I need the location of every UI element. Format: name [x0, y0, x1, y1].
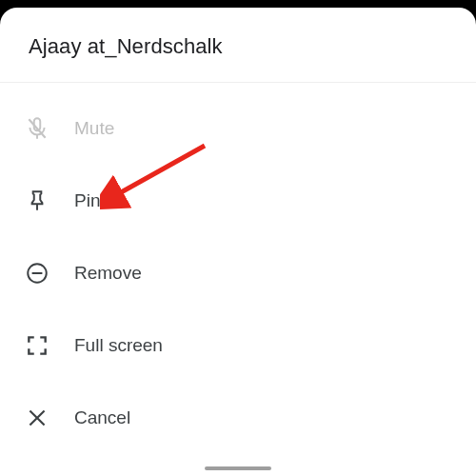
mute-label: Mute [74, 118, 114, 139]
pin-label: Pin [74, 190, 100, 211]
remove-option[interactable]: Remove [0, 237, 476, 309]
action-sheet: Ajaay at_Nerdschalk Mute Pin [0, 8, 476, 476]
pin-option[interactable]: Pin [0, 165, 476, 237]
remove-icon [24, 260, 50, 287]
cancel-label: Cancel [74, 407, 130, 428]
fullscreen-icon [24, 332, 50, 359]
menu-list: Mute Pin Remove [0, 83, 476, 464]
mute-option: Mute [0, 92, 476, 165]
remove-label: Remove [74, 263, 142, 284]
fullscreen-option[interactable]: Full screen [0, 309, 476, 382]
mute-icon [24, 115, 50, 142]
fullscreen-label: Full screen [74, 335, 163, 356]
sheet-header: Ajaay at_Nerdschalk [0, 8, 476, 83]
close-icon [24, 405, 50, 431]
cancel-option[interactable]: Cancel [0, 382, 476, 454]
pin-icon [24, 188, 50, 214]
home-indicator [205, 466, 271, 470]
participant-name: Ajaay at_Nerdschalk [29, 34, 447, 59]
